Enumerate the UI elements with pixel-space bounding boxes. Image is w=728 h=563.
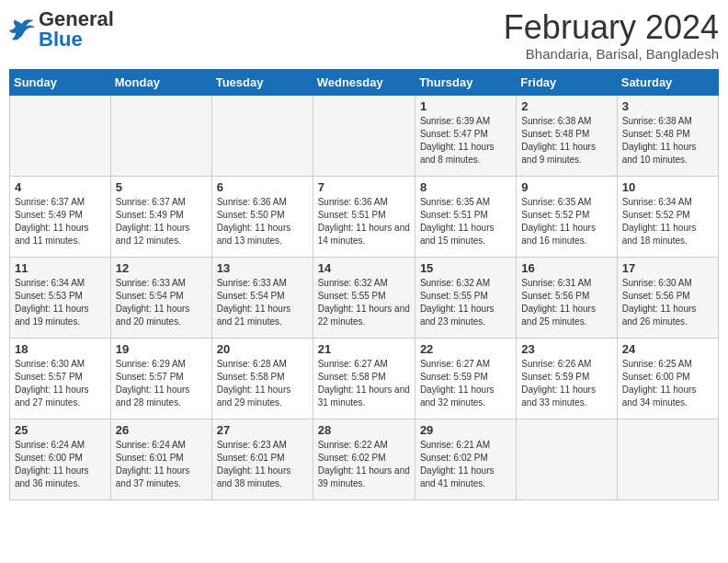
calendar-cell: 23Sunrise: 6:26 AM Sunset: 5:59 PM Dayli… bbox=[517, 338, 617, 419]
day-info: Sunrise: 6:35 AM Sunset: 5:51 PM Dayligh… bbox=[420, 196, 511, 247]
day-number: 18 bbox=[15, 342, 106, 356]
calendar-week-row: 1Sunrise: 6:39 AM Sunset: 5:47 PM Daylig… bbox=[10, 95, 719, 176]
day-header-monday: Monday bbox=[110, 69, 211, 95]
calendar-week-row: 11Sunrise: 6:34 AM Sunset: 5:53 PM Dayli… bbox=[10, 257, 719, 338]
calendar-cell: 22Sunrise: 6:27 AM Sunset: 5:59 PM Dayli… bbox=[415, 338, 516, 419]
day-number: 8 bbox=[420, 180, 511, 194]
day-number: 9 bbox=[521, 180, 611, 194]
day-info: Sunrise: 6:33 AM Sunset: 5:54 PM Dayligh… bbox=[116, 277, 207, 328]
day-number: 20 bbox=[217, 342, 308, 356]
calendar-cell: 15Sunrise: 6:32 AM Sunset: 5:55 PM Dayli… bbox=[415, 257, 516, 338]
calendar-table: SundayMondayTuesdayWednesdayThursdayFrid… bbox=[9, 69, 719, 500]
calendar-cell: 13Sunrise: 6:33 AM Sunset: 5:54 PM Dayli… bbox=[211, 257, 313, 338]
day-info: Sunrise: 6:27 AM Sunset: 5:59 PM Dayligh… bbox=[420, 358, 511, 409]
calendar-cell: 27Sunrise: 6:23 AM Sunset: 6:01 PM Dayli… bbox=[211, 419, 313, 500]
calendar-cell: 28Sunrise: 6:22 AM Sunset: 6:02 PM Dayli… bbox=[313, 419, 415, 500]
day-number: 17 bbox=[622, 261, 713, 275]
calendar-week-row: 25Sunrise: 6:24 AM Sunset: 6:00 PM Dayli… bbox=[10, 419, 719, 500]
day-info: Sunrise: 6:27 AM Sunset: 5:58 PM Dayligh… bbox=[318, 358, 410, 409]
calendar-header-row: SundayMondayTuesdayWednesdayThursdayFrid… bbox=[10, 69, 719, 95]
calendar-cell: 8Sunrise: 6:35 AM Sunset: 5:51 PM Daylig… bbox=[415, 176, 516, 257]
day-info: Sunrise: 6:36 AM Sunset: 5:50 PM Dayligh… bbox=[217, 196, 308, 247]
day-number: 26 bbox=[116, 423, 207, 437]
day-info: Sunrise: 6:35 AM Sunset: 5:52 PM Dayligh… bbox=[521, 196, 611, 247]
calendar-cell: 1Sunrise: 6:39 AM Sunset: 5:47 PM Daylig… bbox=[415, 95, 516, 176]
day-info: Sunrise: 6:28 AM Sunset: 5:58 PM Dayligh… bbox=[217, 358, 308, 409]
day-header-saturday: Saturday bbox=[617, 69, 718, 95]
calendar-cell bbox=[313, 95, 415, 176]
calendar-cell bbox=[617, 419, 718, 500]
calendar-cell: 25Sunrise: 6:24 AM Sunset: 6:00 PM Dayli… bbox=[10, 419, 111, 500]
day-info: Sunrise: 6:23 AM Sunset: 6:01 PM Dayligh… bbox=[217, 439, 308, 490]
day-number: 15 bbox=[420, 261, 511, 275]
day-header-thursday: Thursday bbox=[415, 69, 516, 95]
day-info: Sunrise: 6:30 AM Sunset: 5:57 PM Dayligh… bbox=[15, 358, 106, 409]
calendar-cell: 4Sunrise: 6:37 AM Sunset: 5:49 PM Daylig… bbox=[10, 176, 111, 257]
day-header-tuesday: Tuesday bbox=[211, 69, 313, 95]
day-number: 3 bbox=[622, 99, 713, 113]
calendar-week-row: 18Sunrise: 6:30 AM Sunset: 5:57 PM Dayli… bbox=[10, 338, 719, 419]
calendar-cell: 5Sunrise: 6:37 AM Sunset: 5:49 PM Daylig… bbox=[110, 176, 211, 257]
day-info: Sunrise: 6:34 AM Sunset: 5:52 PM Dayligh… bbox=[622, 196, 713, 247]
day-info: Sunrise: 6:24 AM Sunset: 6:01 PM Dayligh… bbox=[116, 439, 207, 490]
day-info: Sunrise: 6:36 AM Sunset: 5:51 PM Dayligh… bbox=[318, 196, 410, 247]
calendar-cell: 19Sunrise: 6:29 AM Sunset: 5:57 PM Dayli… bbox=[110, 338, 211, 419]
logo-bird-icon bbox=[9, 18, 35, 40]
day-number: 23 bbox=[521, 342, 611, 356]
day-number: 28 bbox=[318, 423, 410, 437]
calendar-cell: 2Sunrise: 6:38 AM Sunset: 5:48 PM Daylig… bbox=[517, 95, 617, 176]
calendar-cell: 29Sunrise: 6:21 AM Sunset: 6:02 PM Dayli… bbox=[415, 419, 516, 500]
day-info: Sunrise: 6:33 AM Sunset: 5:54 PM Dayligh… bbox=[217, 277, 308, 328]
day-number: 25 bbox=[15, 423, 106, 437]
day-info: Sunrise: 6:22 AM Sunset: 6:02 PM Dayligh… bbox=[318, 439, 410, 490]
day-info: Sunrise: 6:31 AM Sunset: 5:56 PM Dayligh… bbox=[521, 277, 611, 328]
calendar-cell bbox=[517, 419, 617, 500]
title-area: February 2024 Bhandaria, Barisal, Bangla… bbox=[504, 9, 719, 62]
day-number: 4 bbox=[15, 180, 106, 194]
day-info: Sunrise: 6:21 AM Sunset: 6:02 PM Dayligh… bbox=[420, 439, 511, 490]
day-number: 14 bbox=[318, 261, 410, 275]
day-info: Sunrise: 6:25 AM Sunset: 6:00 PM Dayligh… bbox=[622, 358, 713, 409]
calendar-cell: 6Sunrise: 6:36 AM Sunset: 5:50 PM Daylig… bbox=[211, 176, 313, 257]
day-header-sunday: Sunday bbox=[10, 69, 111, 95]
day-info: Sunrise: 6:37 AM Sunset: 5:49 PM Dayligh… bbox=[116, 196, 207, 247]
day-info: Sunrise: 6:34 AM Sunset: 5:53 PM Dayligh… bbox=[15, 277, 106, 328]
page-header: General Blue February 2024 Bhandaria, Ba… bbox=[9, 9, 719, 62]
day-number: 12 bbox=[116, 261, 207, 275]
calendar-cell bbox=[110, 95, 211, 176]
calendar-cell: 3Sunrise: 6:38 AM Sunset: 5:48 PM Daylig… bbox=[617, 95, 718, 176]
logo: General Blue bbox=[9, 9, 114, 50]
calendar-cell: 18Sunrise: 6:30 AM Sunset: 5:57 PM Dayli… bbox=[10, 338, 111, 419]
calendar-cell: 11Sunrise: 6:34 AM Sunset: 5:53 PM Dayli… bbox=[10, 257, 111, 338]
calendar-cell: 24Sunrise: 6:25 AM Sunset: 6:00 PM Dayli… bbox=[617, 338, 718, 419]
calendar-subtitle: Bhandaria, Barisal, Bangladesh bbox=[504, 46, 719, 62]
day-info: Sunrise: 6:37 AM Sunset: 5:49 PM Dayligh… bbox=[15, 196, 106, 247]
day-number: 29 bbox=[420, 423, 511, 437]
day-number: 24 bbox=[622, 342, 713, 356]
day-info: Sunrise: 6:32 AM Sunset: 5:55 PM Dayligh… bbox=[420, 277, 511, 328]
calendar-cell: 7Sunrise: 6:36 AM Sunset: 5:51 PM Daylig… bbox=[313, 176, 415, 257]
day-info: Sunrise: 6:38 AM Sunset: 5:48 PM Dayligh… bbox=[521, 115, 611, 167]
day-info: Sunrise: 6:26 AM Sunset: 5:59 PM Dayligh… bbox=[521, 358, 611, 409]
day-info: Sunrise: 6:38 AM Sunset: 5:48 PM Dayligh… bbox=[622, 115, 713, 167]
calendar-cell: 21Sunrise: 6:27 AM Sunset: 5:58 PM Dayli… bbox=[313, 338, 415, 419]
calendar-week-row: 4Sunrise: 6:37 AM Sunset: 5:49 PM Daylig… bbox=[10, 176, 719, 257]
day-header-wednesday: Wednesday bbox=[313, 69, 415, 95]
calendar-cell: 12Sunrise: 6:33 AM Sunset: 5:54 PM Dayli… bbox=[110, 257, 211, 338]
calendar-cell: 17Sunrise: 6:30 AM Sunset: 5:56 PM Dayli… bbox=[617, 257, 718, 338]
calendar-cell bbox=[211, 95, 313, 176]
day-number: 10 bbox=[622, 180, 713, 194]
day-info: Sunrise: 6:32 AM Sunset: 5:55 PM Dayligh… bbox=[318, 277, 410, 328]
day-number: 11 bbox=[15, 261, 106, 275]
day-number: 1 bbox=[420, 99, 511, 113]
day-number: 5 bbox=[116, 180, 207, 194]
day-number: 7 bbox=[318, 180, 410, 194]
calendar-cell: 10Sunrise: 6:34 AM Sunset: 5:52 PM Dayli… bbox=[617, 176, 718, 257]
day-number: 27 bbox=[217, 423, 308, 437]
calendar-body: 1Sunrise: 6:39 AM Sunset: 5:47 PM Daylig… bbox=[10, 95, 719, 500]
calendar-title: February 2024 bbox=[504, 9, 719, 46]
day-number: 13 bbox=[217, 261, 308, 275]
logo-blue-text: Blue bbox=[39, 28, 83, 51]
day-header-friday: Friday bbox=[517, 69, 617, 95]
calendar-cell: 9Sunrise: 6:35 AM Sunset: 5:52 PM Daylig… bbox=[517, 176, 617, 257]
